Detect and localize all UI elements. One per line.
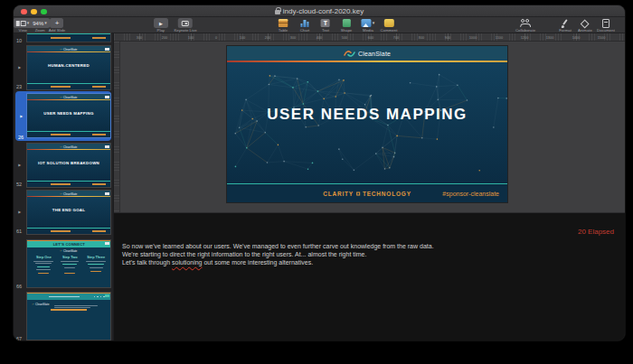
comment-button[interactable]: Comment: [375, 18, 402, 34]
slide-body: USER NEEDS MAPPING: [227, 62, 507, 183]
slide-badge: [105, 145, 109, 149]
titlebar: indy-cloud-conf-2020.key: [14, 5, 625, 17]
slide-row-end-goal[interactable]: ▶ 61 CleanSlate THE END GOAL: [14, 190, 113, 235]
lock-icon: [275, 10, 280, 14]
slide-thumbnail[interactable]: LET'S CONNECT CleanSlate Step One Step T…: [27, 240, 110, 287]
square-logo-icon: [356, 191, 360, 195]
vertical-ruler: [114, 42, 120, 212]
play-label: Play: [157, 28, 165, 32]
slide-thumbnail[interactable]: CleanSlate THE END GOAL: [27, 191, 110, 234]
slide-footer-band: CLARITYTECHNOLOGY #sponsor-cleanslate: [227, 184, 507, 202]
misspelled-word: solutioning: [172, 259, 202, 266]
slide-row-user-needs-mapping-selected[interactable]: ▶ 26 CleanSlate USER NEEDS MAPPING: [14, 91, 113, 141]
chevron-down-icon: ▾: [27, 21, 30, 25]
footer-left-text: CLARITYTECHNOLOGY: [323, 191, 411, 197]
column-heading: Step Three: [87, 256, 105, 258]
slide-thumbnail[interactable]: CleanSlate IOT SOLUTION BREAKDOWN: [27, 144, 110, 187]
connect-column-3: Step Three: [84, 255, 108, 285]
slide-row-iot-solution[interactable]: ▶ 52 CleanSlate IOT SOLUTION BREAKDOWN: [14, 143, 113, 188]
ruler-tick-label: 900: [445, 35, 450, 40]
disclosure-triangle-icon[interactable]: ▶: [18, 210, 21, 214]
plus-icon: +: [55, 20, 60, 27]
table-label: Table: [279, 28, 288, 32]
presenter-notes-text[interactable]: So now we've learned about our users. We…: [122, 242, 529, 266]
thumb-title: IOT SOLUTION BREAKDOWN: [36, 162, 102, 166]
text-label: Text: [322, 28, 329, 32]
slide-navigator: 10 ▶ 23 CleanSlate HUMAN-CENTERED ▶ 26: [14, 33, 114, 341]
thumb-title: HUMAN-CENTERED: [36, 64, 102, 69]
slide-row-sponsor-detail[interactable]: 67 CleanSlate: [14, 292, 113, 341]
document-label: Document: [597, 28, 615, 32]
disclosure-triangle-icon[interactable]: ▶: [18, 163, 21, 167]
chart-button[interactable]: Chart: [297, 18, 312, 34]
keynote-live-button[interactable]: Keynote Live: [167, 18, 203, 34]
thumb-logo-text: CleanSlate: [63, 47, 77, 50]
keynote-window: indy-cloud-conf-2020.key ▾ View 94%▾ Zoo…: [13, 5, 626, 341]
play-button[interactable]: ▶ Play: [154, 18, 168, 34]
slide-thumbnail-partial[interactable]: [27, 33, 110, 42]
slide-thumbnail[interactable]: CleanSlate: [27, 293, 110, 340]
ruler-tick-label: 1300: [546, 35, 554, 40]
text-icon: T: [321, 19, 330, 27]
ruler-tick-label: 100: [188, 35, 194, 40]
thumb-logo-text: CleanSlate: [63, 191, 77, 194]
column-heading: Step Two: [62, 256, 78, 258]
presenter-notes-panel[interactable]: 20 Elapsed So now we've learned about ou…: [114, 212, 625, 341]
slide-number: 61: [16, 229, 22, 234]
slide-row-partial[interactable]: 10: [14, 33, 113, 44]
media-icon: [362, 19, 372, 27]
slide-number: 66: [16, 284, 22, 289]
slide-title[interactable]: USER NEEDS MAPPING: [227, 106, 507, 124]
shape-label: Shape: [341, 28, 353, 32]
media-button[interactable]: ▾ Media: [359, 18, 376, 34]
current-slide[interactable]: CleanSlate USER NEEDS MAPPING CLARITYTEC…: [227, 46, 507, 202]
slide-number: 52: [16, 182, 22, 187]
minimize-button[interactable]: [31, 9, 37, 15]
thumb-heading-bar: [51, 309, 87, 311]
zoom-value: 94%: [33, 21, 43, 26]
notes-line: So now we've learned about our users. We…: [122, 242, 529, 250]
slide-canvas[interactable]: CleanSlate USER NEEDS MAPPING CLARITYTEC…: [114, 42, 625, 212]
format-label: Format: [559, 28, 572, 32]
text-button[interactable]: T Text: [320, 18, 332, 34]
slide-number: 26: [18, 135, 24, 140]
animate-icon: [581, 19, 590, 28]
slide-number: 23: [16, 84, 22, 89]
ruler-tick-label: 500: [342, 35, 347, 40]
ruler-tick-label: 0: [215, 35, 217, 40]
document-button[interactable]: Document: [591, 18, 620, 34]
slide-row-human-centered[interactable]: ▶ 23 CleanSlate HUMAN-CENTERED: [14, 45, 113, 90]
slide-number: 10: [16, 38, 22, 43]
keynote-live-icon: [182, 21, 189, 26]
ruler-tick-label: 1000: [469, 35, 477, 40]
collaborate-label: Collaborate: [515, 28, 535, 32]
media-label: Media: [363, 28, 373, 32]
disclosure-triangle-icon[interactable]: ▶: [18, 66, 21, 70]
horizontal-ruler: 3002001000100200300400500600700800900100…: [114, 33, 625, 42]
add-slide-button[interactable]: + Add Slide: [43, 18, 71, 34]
ruler-tick-label: 300: [290, 35, 296, 40]
document-icon: [602, 19, 609, 28]
slide-row-lets-connect[interactable]: 66 LET'S CONNECT CleanSlate Step One Ste…: [14, 239, 113, 290]
fullscreen-button[interactable]: [41, 9, 47, 15]
traffic-lights: [21, 9, 47, 15]
table-icon: [278, 19, 288, 27]
shape-button[interactable]: Shape: [337, 18, 355, 34]
view-label: View: [18, 28, 26, 32]
connect-column-2: Step Two: [58, 255, 81, 285]
thumb-title-band: [27, 294, 110, 300]
slide-thumbnail[interactable]: CleanSlate HUMAN-CENTERED: [27, 46, 110, 89]
slide-thumbnail-selected[interactable]: CleanSlate USER NEEDS MAPPING: [27, 94, 110, 137]
slide-number: 67: [16, 336, 22, 341]
footer-hashtag-text: #sponsor-cleanslate: [442, 191, 499, 197]
ruler-tick-label: 200: [265, 35, 270, 40]
thumb-logo-text: CleanSlate: [63, 249, 77, 252]
close-button[interactable]: [21, 9, 27, 15]
view-button[interactable]: ▾ View: [14, 18, 33, 34]
table-button[interactable]: Table: [276, 18, 291, 34]
document-title: indy-cloud-conf-2020.key: [275, 7, 364, 15]
disclosure-triangle-icon[interactable]: ▶: [20, 115, 23, 118]
ruler-tick-label: 1400: [572, 35, 581, 40]
format-button[interactable]: Format: [555, 18, 575, 34]
collaborate-button[interactable]: Collaborate: [509, 18, 542, 34]
